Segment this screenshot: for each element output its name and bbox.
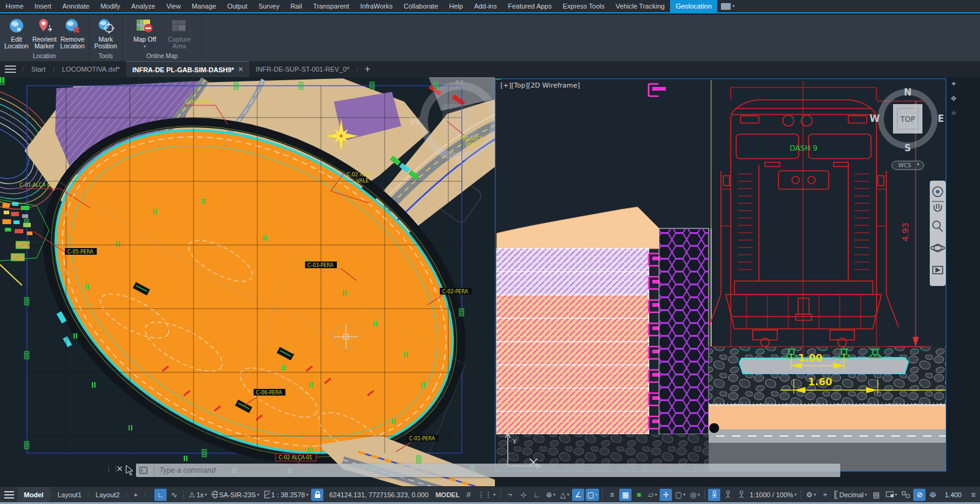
tab-modify[interactable]: Modify [95, 0, 126, 12]
tab-layout1[interactable]: Layout1 [51, 487, 88, 503]
quick-properties-toggle[interactable]: ▤ [870, 489, 883, 501]
dynamic-ucs-toggle[interactable]: ✛ [660, 489, 672, 501]
edit-location-button[interactable]: Edit Location [4, 17, 29, 50]
button-label: Location [60, 43, 85, 50]
viewcube-south: S [456, 154, 463, 167]
isolate-objects-toggle[interactable] [900, 489, 912, 501]
plan-viewport[interactable]: C-04 PERA C-01-ALÇA 02 C-05-PERA C-03-PE… [0, 77, 495, 486]
ribbon-display-icon [721, 3, 731, 10]
command-line-close-icon[interactable]: ✕ [116, 464, 123, 473]
ribbon-display-toggle[interactable]: ▾ [721, 3, 735, 10]
tab-model[interactable]: Model [18, 487, 50, 503]
command-input[interactable]: Type a command [154, 466, 216, 475]
tab-vehicle-tracking[interactable]: Vehicle Tracking [610, 0, 670, 12]
file-tab-infr-sup[interactable]: INFR-DE-SUP-ST-001-REV_0* [249, 61, 355, 77]
annotation-scale-icon[interactable] [735, 489, 747, 501]
button-label: Position [94, 43, 117, 50]
lock-icon[interactable] [311, 489, 323, 501]
command-line[interactable]: ▾ Type a command [136, 464, 840, 477]
grid-display-toggle[interactable]: # [462, 489, 475, 501]
transparency-toggle[interactable]: ▦ [619, 489, 631, 501]
remove-location-button[interactable]: Remove Location [59, 17, 85, 50]
viewport-controls[interactable]: [+][Top][2D Wireframe] [500, 81, 580, 89]
wcs-dropdown[interactable]: WCS [892, 161, 924, 170]
customization-menu-icon[interactable]: ≡ [967, 489, 979, 501]
new-tab-button[interactable]: + [364, 64, 370, 75]
graphics-performance-icon[interactable] [927, 489, 939, 501]
tab-infraworks[interactable]: InfraWorks [355, 0, 398, 12]
selection-filtering-dropdown[interactable]: ▢▾ [673, 489, 687, 501]
3d-object-snap-dropdown[interactable]: ▱▾ [646, 489, 658, 501]
tab-express-tools[interactable]: Express Tools [557, 0, 610, 12]
tab-output[interactable]: Output [222, 0, 253, 12]
file-tab-infra-dash9[interactable]: INFRA-DE PL-GAB-SIM-DASH9* ✕ [126, 61, 249, 77]
snap-mode-dropdown[interactable]: ⋮⋮▾ [476, 489, 497, 501]
file-tab-locomotiva[interactable]: LOCOMOTIVA.dxf* [56, 61, 126, 77]
tab-featured-apps[interactable]: Featured Apps [502, 0, 557, 12]
lineweight-toggle[interactable]: ≡ [606, 489, 618, 501]
annotation-autoscale-toggle[interactable] [722, 489, 734, 501]
edge-tool-icon-1[interactable]: ✦ [951, 80, 957, 88]
file-tabs-menu-icon[interactable] [0, 66, 21, 73]
lock-ui-dropdown[interactable]: ▾ [884, 489, 899, 501]
close-icon[interactable]: ✕ [238, 66, 243, 73]
layout-menu-icon[interactable] [0, 491, 18, 498]
level-of-detail-dropdown[interactable]: ⚠1x▾ [187, 489, 208, 501]
tab-transparent[interactable]: Transparent [307, 0, 355, 12]
coordinate-system-dropdown[interactable]: SA-SIR-23S▾ [209, 489, 261, 501]
annotation-visibility-toggle[interactable] [708, 489, 720, 501]
button-label: Marker [34, 43, 55, 50]
tab-rail[interactable]: Rail [285, 0, 307, 12]
tab-layout2[interactable]: Layout2 [89, 487, 126, 503]
tab-geolocation[interactable]: Geolocation [670, 0, 717, 12]
new-layout-button[interactable]: + [127, 487, 143, 503]
file-tab-start[interactable]: Start [25, 61, 51, 77]
drawing-grid-toggle[interactable]: ∟ [154, 489, 167, 501]
object-snap-dropdown[interactable]: ▢▾ [586, 489, 599, 501]
polar-tracking-dropdown[interactable]: ⊕▾ [545, 489, 557, 501]
tab-add-ins[interactable]: Add-ins [469, 0, 502, 12]
viewcube-east: E [938, 113, 944, 124]
tab-analyze[interactable]: Analyze [126, 0, 160, 12]
selection-cycling-toggle[interactable]: ■ [633, 489, 645, 501]
workspace-switching-dropdown[interactable]: ⚙▾ [804, 489, 818, 501]
tab-help[interactable]: Help [443, 0, 469, 12]
mark-position-button[interactable]: Mark Position [93, 17, 118, 50]
edge-tool-icon-2[interactable]: ❖ [951, 94, 957, 103]
clean-screen-toggle[interactable]: ⊘ [913, 489, 925, 501]
dynamic-input-toggle[interactable]: ⊹ [518, 489, 530, 501]
section-window[interactable]: [+][Top][2D Wireframe] [495, 78, 946, 472]
panel-label-online-map[interactable]: Online Map [123, 52, 202, 61]
units-dropdown[interactable]: Decimal▾ [832, 489, 869, 501]
gizmo-dropdown[interactable]: ◎▾ [688, 489, 702, 501]
chevron-down-icon: ▾ [733, 4, 735, 9]
reorient-marker-button[interactable]: Reorient Marker [32, 17, 58, 50]
viewport-scale-dropdown[interactable]: 1 : 38.2578▾ [262, 489, 310, 501]
map-off-button[interactable]: Map Off ▾ [131, 17, 158, 50]
ortho-mode-toggle[interactable]: ∟ [531, 489, 543, 501]
isodraft-dropdown[interactable]: △▾ [559, 489, 571, 501]
tab-survey[interactable]: Survey [253, 0, 285, 12]
panel-label-location[interactable]: Location [0, 52, 89, 61]
infer-constraints-toggle[interactable]: ¬ [504, 489, 516, 501]
tab-annotate[interactable]: Annotate [57, 0, 95, 12]
command-prompt-icon[interactable]: ▾ [136, 464, 154, 477]
tab-insert[interactable]: Insert [29, 0, 57, 12]
graph-toggle[interactable]: ∿ [168, 489, 180, 501]
tab-view[interactable]: View [160, 0, 186, 12]
panel-label-tools[interactable]: Tools [89, 52, 122, 61]
autocad-window: Home Insert Annotate Modify Analyze View… [0, 0, 980, 504]
object-snap-tracking-toggle[interactable]: ∠ [572, 489, 584, 501]
edge-tool-icon-3[interactable]: ✧ [951, 109, 957, 118]
annotation-scale-dropdown[interactable]: 1:1000 / 100%▾ [748, 489, 797, 501]
tab-home[interactable]: Home [0, 0, 29, 12]
viewcube-south: S [905, 143, 911, 154]
tab-collaborate[interactable]: Collaborate [398, 0, 443, 12]
section-viewport[interactable]: [+][Top][2D Wireframe] [496, 79, 946, 471]
drawing-canvas[interactable]: C-04 PERA C-01-ALÇA 02 C-05-PERA C-03-PE… [0, 77, 980, 486]
model-space-toggle[interactable]: MODEL [434, 489, 461, 501]
label-c04-pera: C-04 PERA [185, 99, 211, 105]
annotation-monitor-toggle[interactable]: ＋ [819, 489, 831, 501]
navigation-bar[interactable] [930, 181, 946, 286]
tab-manage[interactable]: Manage [186, 0, 222, 12]
